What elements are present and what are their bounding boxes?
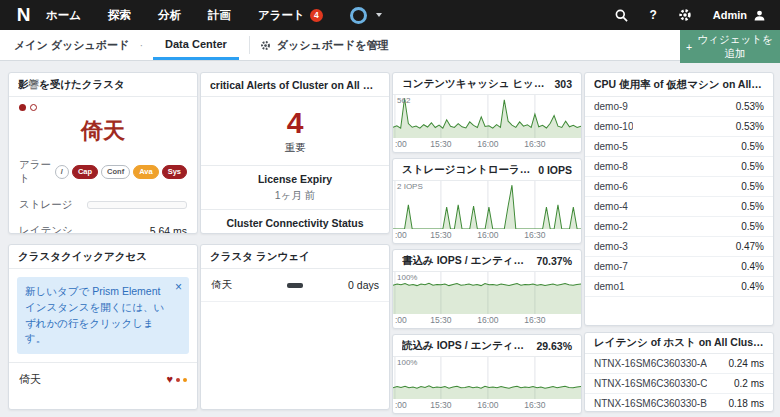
alert-title: Cluster Connectivity Status [207,217,383,229]
gear-icon [678,8,692,22]
y-max-label: 100% [397,358,417,367]
nav-item-label: 計画 [208,8,231,23]
alert-list-item[interactable]: License Expiry 1ヶ月 前 [201,165,389,209]
search-button[interactable] [615,9,628,22]
alert-list-item[interactable]: Cluster Connectivity Status 2ヶ月 前 [201,209,389,234]
row-value: 0.47% [736,241,764,252]
table-row[interactable]: demo-60.5% [585,177,773,197]
widget-title: 書込み IOPS / エンティティ: cluster 倚天 [402,254,530,268]
table-row[interactable]: demo-40.5% [585,197,773,217]
row-label: NTNX-16SM6C360330-B [594,398,707,409]
table-row[interactable]: NTNX-16SM6C360330-A0.24 ms [585,354,773,374]
table-row[interactable]: demo-30.47% [585,237,773,257]
user-icon [753,9,766,22]
nutanix-logo[interactable]: N [0,4,46,26]
widget-header: CPU 使用率 of 仮想マシン on All Clusters [585,73,773,97]
alert-badge-sys[interactable]: Sys [162,165,187,180]
alert-count-badge: 4 [310,9,323,22]
nav-item-home[interactable]: ホーム [46,8,81,23]
x-axis: :0015:3016:0016:30 [393,314,581,327]
cluster-name: 倚天 [19,372,41,387]
table-row[interactable]: demo-20.5% [585,217,773,237]
x-axis: :0015:3016:0016:30 [393,138,581,151]
widget-cluster-quick-access: クラスタクイックアクセス 新しいタブで Prism Element インスタンス… [8,244,198,410]
row-value: 0.4% [741,281,764,292]
x-tick-label: :00 [395,230,407,240]
widget-title: CPU 使用率 of 仮想マシン on All Clusters [594,78,764,92]
cluster-quick-access-row[interactable]: 倚天 ♥ [9,362,197,396]
pager-dot[interactable] [30,104,37,111]
table-row[interactable]: demo-100.53% [585,117,773,137]
row-label: NTNX-16SM6C360330-C [594,378,707,389]
manage-dashboards-button[interactable]: ダッシュボードを管理 [260,30,389,60]
gear-icon [260,40,271,51]
x-tick-label: 15:30 [430,315,451,325]
chart-area: 562 :0015:3016:0016:30 [393,95,581,151]
widget-storage-controller-iops: ストレージコントローラ IOPS / エンティティ: c 0 IOPS 2 IO… [392,158,582,244]
table-row[interactable]: demo-90.53% [585,97,773,117]
table-row[interactable]: demo-70.4% [585,257,773,277]
storage-usage-bar [87,201,187,209]
alert-time: 2ヶ月 前 [207,233,383,234]
table-row[interactable]: NTNX-16SM6C360330-B0.18 ms [585,394,773,412]
nav-item-planning[interactable]: 計画 [208,8,231,23]
alert-badge-cap[interactable]: Cap [72,165,98,180]
pager-dot-active[interactable] [19,104,26,111]
nav-item-explore[interactable]: 探索 [108,8,131,23]
widget-body: 倚天 アラート / Cap Conf Ava Sys ストレージ レイテンシ 5… [9,97,197,234]
add-widget-button[interactable]: + ウィジェットを追加 [680,30,780,63]
x-tick-label: 16:30 [524,139,545,149]
nav-item-label: 探索 [108,8,131,23]
health-ring-menu[interactable] [350,7,382,24]
admin-menu[interactable]: Admin [713,9,766,22]
table-row[interactable]: demo-80.5% [585,157,773,177]
runway-row[interactable]: 倚天 0 days [201,269,389,302]
content-cache-chart [393,95,581,138]
breadcrumb[interactable]: メイン ダッシュボード [0,30,139,60]
row-label: NTNX-16SM6C360330-A [594,358,707,369]
chart-area: 2 IOPS :0015:3016:0016:30 [393,181,581,242]
pager-dots[interactable] [19,104,187,111]
help-button[interactable]: ? [649,8,656,22]
admin-label: Admin [713,9,747,21]
table-row[interactable]: NTNX-16SM6C360330-C0.2 ms [585,374,773,394]
alert-badge-slash[interactable]: / [55,165,69,180]
widget-header: ストレージコントローラ IOPS / エンティティ: c 0 IOPS [393,159,581,181]
x-tick-label: 16:30 [524,230,545,240]
row-label: demo-3 [594,241,628,252]
widget-title: 読込み IOPS / エンティティ: cluster 倚天 [402,339,530,353]
widget-content-cache-hits: コンテンツキャッシュ ヒット数 / エンティティ: cl 303 562 :00… [392,72,582,153]
latency-value: 5.64 ms [150,225,187,234]
row-value: 0.2 ms [734,378,764,389]
table-row[interactable]: demo-50.5% [585,137,773,157]
row-label: demo-4 [594,201,628,212]
table-row[interactable]: demo10.4% [585,277,773,297]
widget-critical-alerts: critical Alerts of Cluster on All Cluste… [200,72,390,234]
nav-item-label: 分析 [158,8,181,23]
impacted-cluster-name[interactable]: 倚天 [19,116,187,146]
row-value: 0.53% [736,121,764,132]
tab-data-center[interactable]: Data Center [153,30,239,60]
nav-item-analysis[interactable]: 分析 [158,8,181,23]
heart-icon: ♥ [166,374,173,385]
row-value: 0.5% [741,141,764,152]
tab-label: Data Center [165,38,227,50]
alert-badge-conf[interactable]: Conf [101,165,130,180]
row-label: demo-6 [594,181,628,192]
alert-title: License Expiry [207,173,383,185]
x-tick-label: 16:00 [477,139,498,149]
row-value: 0.5% [741,161,764,172]
alert-time: 1ヶ月 前 [207,189,383,203]
info-text: 新しいタブで Prism Element インスタンスを開くには、いずれかの行を… [25,285,164,344]
vm-table: demo-90.53%demo-100.53%demo-50.5%demo-80… [585,97,773,297]
alert-badge-ava[interactable]: Ava [133,165,158,180]
settings-button[interactable] [678,8,692,22]
nav-item-alerts[interactable]: アラート 4 [258,8,323,23]
critical-alert-count[interactable]: 4 [201,106,389,140]
x-axis: :0015:3016:0016:30 [393,229,581,242]
warning-dot-icon [183,378,187,382]
close-icon[interactable]: × [175,281,182,293]
nav-item-label: アラート [258,8,305,23]
read-iops-chart [393,357,581,399]
widget-header: critical Alerts of Cluster on All Cluste… [201,73,389,97]
